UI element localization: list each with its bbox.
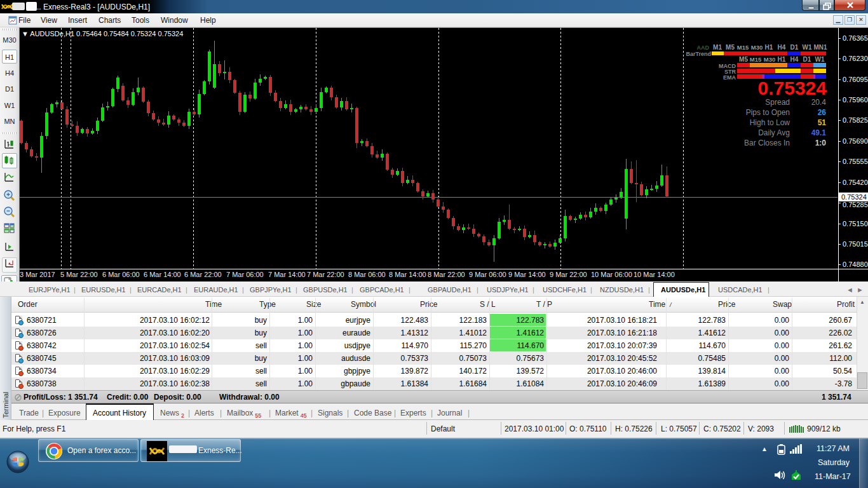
svg-text:BarTrend: BarTrend — [686, 51, 711, 57]
svg-text:W1: W1 — [815, 56, 825, 63]
svg-text:8 Mar 14:00: 8 Mar 14:00 — [389, 271, 426, 278]
svg-text:10 Mar 14:00: 10 Mar 14:00 — [634, 271, 675, 278]
svg-text:0.75324: 0.75324 — [841, 193, 867, 201]
svg-text:0.76230: 0.76230 — [843, 55, 868, 62]
svg-text:▼ AUDUSDe,H1 0.75464 0.75484: ▼ AUDUSDe,H1 0.75464 0.75484 0.75324 0.7… — [22, 30, 183, 37]
svg-text:8 Mar 22:00: 8 Mar 22:00 — [428, 271, 465, 278]
svg-text:H1: H1 — [778, 56, 786, 63]
svg-text:1:0: 1:0 — [815, 139, 827, 147]
svg-text:M15: M15 — [737, 44, 749, 51]
svg-text:M30: M30 — [764, 56, 775, 63]
svg-text:H4: H4 — [778, 44, 786, 51]
svg-text:7 Mar 06:00: 7 Mar 06:00 — [226, 271, 264, 278]
svg-text:6 Mar 22:00: 6 Mar 22:00 — [184, 271, 222, 278]
svg-text:0.75150: 0.75150 — [843, 220, 868, 227]
svg-text:D1: D1 — [803, 56, 811, 63]
svg-text:W1: W1 — [803, 44, 812, 51]
svg-text:20.4: 20.4 — [811, 98, 827, 107]
svg-text:Bar Closes In: Bar Closes In — [744, 139, 790, 147]
svg-text:H1: H1 — [765, 44, 773, 51]
svg-text:0.75555: 0.75555 — [843, 158, 868, 165]
svg-text:0.75420: 0.75420 — [843, 179, 868, 186]
svg-text:M15: M15 — [750, 56, 762, 63]
svg-text:M30: M30 — [751, 44, 763, 51]
svg-text:D1: D1 — [790, 44, 799, 51]
svg-text:6 Mar 06:00: 6 Mar 06:00 — [102, 271, 140, 278]
svg-text:0.74880: 0.74880 — [843, 261, 868, 268]
svg-text:Pips to Open: Pips to Open — [746, 108, 790, 117]
svg-text:9 Mar 22:00: 9 Mar 22:00 — [550, 271, 587, 278]
svg-text:51: 51 — [818, 118, 827, 127]
svg-text:0.76095: 0.76095 — [843, 76, 868, 83]
svg-text:9 Mar 14:00: 9 Mar 14:00 — [508, 271, 546, 278]
svg-text:8 Mar 06:00: 8 Mar 06:00 — [348, 271, 386, 278]
svg-text:H4: H4 — [790, 56, 799, 63]
svg-text:6 Mar 14:00: 6 Mar 14:00 — [144, 271, 181, 278]
svg-text:M1: M1 — [713, 44, 722, 51]
svg-text:0.75324: 0.75324 — [758, 78, 827, 98]
svg-text:7 Mar 14:00: 7 Mar 14:00 — [268, 271, 306, 278]
svg-text:7 Mar 22:00: 7 Mar 22:00 — [307, 271, 344, 278]
svg-text:3 Mar 2017: 3 Mar 2017 — [20, 271, 55, 278]
svg-text:0.75285: 0.75285 — [843, 201, 868, 208]
svg-text:0.75690: 0.75690 — [843, 137, 868, 145]
svg-text:0.75015: 0.75015 — [843, 240, 868, 248]
svg-text:EMA: EMA — [723, 74, 736, 81]
svg-text:26: 26 — [818, 108, 827, 117]
svg-text:M5: M5 — [739, 56, 748, 63]
svg-text:High to Low: High to Low — [750, 118, 790, 127]
svg-text:Spread: Spread — [765, 98, 790, 107]
svg-text:0.75825: 0.75825 — [843, 116, 868, 124]
svg-text:M5: M5 — [726, 44, 735, 51]
svg-text:9 Mar 06:00: 9 Mar 06:00 — [469, 271, 506, 278]
svg-text:49.1: 49.1 — [811, 128, 827, 137]
svg-text:MN1: MN1 — [813, 44, 827, 51]
svg-text:5 Mar 22:00: 5 Mar 22:00 — [60, 271, 98, 278]
svg-text:Daily Avg: Daily Avg — [758, 128, 790, 137]
svg-text:AAD: AAD — [697, 44, 710, 51]
svg-text:0.75960: 0.75960 — [843, 96, 868, 104]
svg-text:10 Mar 06:00: 10 Mar 06:00 — [591, 271, 632, 278]
svg-text:0.76365: 0.76365 — [843, 34, 868, 42]
